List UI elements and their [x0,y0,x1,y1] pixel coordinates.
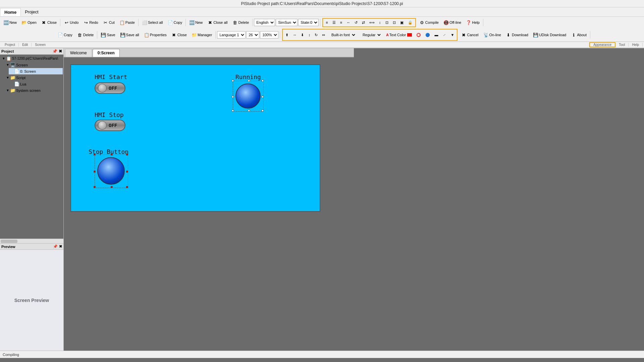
canvas-scroll[interactable]: HMI Start OFF HMI Stop OFF Stop Button [64,58,354,351]
language-select[interactable]: English [254,19,275,26]
cancel-button[interactable]: ✖ Cancel [459,31,480,39]
stop-lamp[interactable] [97,157,125,185]
tree-item-sysscreen[interactable]: ▼ 📁 System screen [5,87,63,94]
shape-circle-button[interactable]: ⭕ [414,32,423,38]
language2-select[interactable]: Language 1 [217,31,246,39]
same-width-button[interactable]: ⊡ [383,19,390,26]
group-button[interactable]: ▣ [398,19,406,26]
running-lamp[interactable] [235,83,261,109]
appearance-group-row2: ⬆ ↔ ⬇ ↕ ↻ ⇔ Built-in font Regular A [282,29,458,41]
mirror-button[interactable]: ⇄ [360,19,367,26]
preview-pin-icon[interactable]: 📌 [53,244,58,249]
flip-v-button[interactable]: ↕ [306,32,312,38]
builtin-font-select[interactable]: Built-in font [329,31,356,39]
delete-edit-button[interactable]: 🗑 Delete [75,31,96,39]
run-handle-tm[interactable] [248,80,250,82]
sel-handle-ml[interactable] [94,171,96,173]
sel-handle-mr[interactable] [126,171,128,173]
about-button[interactable]: ℹ About [569,31,589,39]
weight-select[interactable]: Regular [361,31,382,39]
new-screen-button[interactable]: 🆕 New [187,19,205,26]
shape-line-button[interactable]: ⟋ [440,32,448,38]
delete-screen-button[interactable]: 🗑 Delete [230,19,251,26]
open-button[interactable]: 📂 Open [19,19,39,26]
help-button[interactable]: ❓ Help [464,19,482,26]
shape-rect-button[interactable]: ▬ [432,32,440,38]
menu-home[interactable]: Home [0,8,21,16]
run-handle-br[interactable] [262,110,264,112]
align-top-button[interactable]: ⬆ [283,32,290,38]
online-button[interactable]: 📡 On-line [481,31,503,39]
download-button[interactable]: ⬇ Download [504,31,530,39]
hmi-stop-state: OFF [109,123,117,128]
save-all-button[interactable]: 💾 Save all [118,31,141,39]
save-button[interactable]: 💾 Save [99,31,117,39]
run-handle-ml[interactable] [232,96,234,98]
preview-close-icon[interactable]: ✖ [59,244,62,249]
sel-handle-tm[interactable] [111,154,113,156]
flip-h-button[interactable]: ↔ [344,19,352,26]
tree-item-script[interactable]: ▼ 📁 Script [5,74,63,81]
pin-icon[interactable]: 📌 [52,49,57,54]
distribute-button[interactable]: ⇔ [320,32,327,38]
weight-select-btn[interactable]: Regular [359,30,384,40]
run-handle-mr[interactable] [262,96,264,98]
text-color-button[interactable]: A Text Color [384,32,414,38]
rotate-button[interactable]: ↺ [353,19,360,26]
sel-handle-tl[interactable] [94,154,96,156]
tree-item-lua[interactable]: 📄 Lua [9,81,63,87]
lock-button[interactable]: 🔒 [406,19,415,26]
font-size-select[interactable]: 26 [246,31,259,39]
copy-edit-button[interactable]: 📄 Copy [166,19,184,26]
copy-button[interactable]: 📄 Copy [56,31,74,39]
run-handle-tr[interactable] [262,80,264,82]
cut-button[interactable]: ✂ Cut [101,19,117,26]
sidebar-hscroll[interactable] [0,239,63,243]
offline-button[interactable]: 📵 Off-line [441,19,463,26]
tree-item-screen[interactable]: ▼ 🖥️ Screen [5,62,63,68]
paste-button[interactable]: 📋 Paste [117,19,137,26]
compile-button[interactable]: ⚙ Compile [417,19,441,26]
more-btn[interactable]: ▼ [448,32,456,38]
run-handle-bm[interactable] [248,110,250,112]
tab-screen[interactable]: 0:Screen [93,49,120,57]
tab-welcome[interactable]: Welcome [65,49,92,57]
close-all-button[interactable]: ✖ Close all [205,19,229,26]
udisk-download-button[interactable]: 💾 UDisk Download [531,31,568,39]
align-left-button[interactable]: ≡ [324,19,330,26]
tree-item-root[interactable]: ▼ 📋 S7-1200.pi(C:\Users\RealPars\ [1,55,63,62]
sel-handle-bl[interactable] [94,186,96,188]
close-screen-button[interactable]: ✖ Close [169,31,189,39]
sel-handle-bm[interactable] [111,186,113,188]
menu-project[interactable]: Project [21,8,42,16]
hmi-start-button[interactable]: OFF [95,82,125,94]
sel-handle-br[interactable] [126,186,128,188]
state-select[interactable]: State:0 [298,19,319,26]
close-button[interactable]: ✖ Close [39,19,59,26]
sel-handle-tr[interactable] [126,154,128,156]
font-select[interactable]: SimSun [276,19,298,26]
zoom-select[interactable]: 100% [260,31,278,39]
align-right-button[interactable]: ≡ [338,19,344,26]
spacing-v-button[interactable]: ↕ [377,19,383,26]
hmi-stop-button[interactable]: OFF [95,120,125,131]
shape-oval-button[interactable]: 🔵 [423,32,432,38]
close-panel-icon[interactable]: ✖ [59,49,62,54]
align-middle-button[interactable]: ↔ [291,32,299,38]
run-handle-tl[interactable] [232,80,234,82]
new-project-button[interactable]: 🆕 New [1,19,19,26]
undo-button[interactable]: ↩ Undo [62,19,80,26]
rotate-cw-button[interactable]: ↻ [313,32,320,38]
spacing-h-button[interactable]: ⟺ [367,19,377,26]
manager-button[interactable]: 📁 Manager [190,31,214,39]
align-center-button[interactable]: ☰ [330,19,338,26]
tree-item-screen0[interactable]: 📄 0: Screen [9,68,63,74]
run-handle-bl[interactable] [232,110,234,112]
select-all-button[interactable]: ⬜ Select all [140,19,165,26]
screen-canvas[interactable]: HMI Start OFF HMI Stop OFF Stop Button [70,64,320,212]
builtin-font-select-btn[interactable]: Built-in font [327,30,358,40]
redo-button[interactable]: ↪ Redo [81,19,100,26]
properties-button[interactable]: 📋 Properties [142,31,169,39]
same-height-button[interactable]: ⊡ [391,19,398,26]
align-bottom-button[interactable]: ⬇ [299,32,306,38]
